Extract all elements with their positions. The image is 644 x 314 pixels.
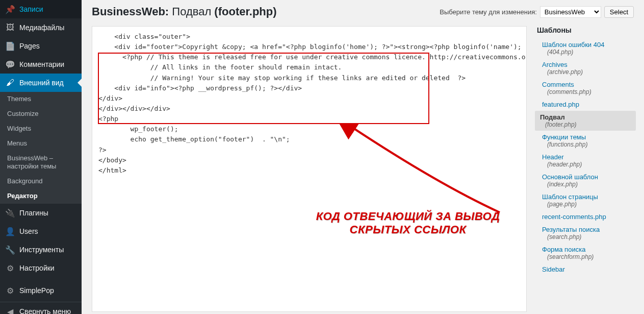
page-title: BusinessWeb: Подвал (footer.php) [92,5,277,18]
select-button[interactable]: Select [604,6,634,18]
template-item[interactable]: Comments(comments.php) [537,78,634,98]
template-item[interactable]: Archives(archive.php) [537,58,634,78]
sub-menus[interactable]: Menus [0,136,82,151]
template-item[interactable]: Шаблон страницы(page.php) [537,190,634,210]
template-filename: (searchform.php) [542,253,634,260]
sidebar-item-label: SimplePop [19,286,54,295]
sub-widgets[interactable]: Widgets [0,122,82,136]
sidebar-item-tools[interactable]: 🔧Инструменты [0,240,82,259]
template-link[interactable]: Archives [542,61,568,68]
sub-background[interactable]: Background [0,174,82,189]
sidebar-item-appearance[interactable]: 🖌Внешний вид [0,74,82,92]
template-filename: (archive.php) [542,68,634,76]
template-filename: (index.php) [542,181,634,188]
comment-icon: 💬 [5,59,15,69]
sidebar-item-label: Свернуть меню [19,307,71,314]
main-content: BusinessWeb: Подвал (footer.php) Выберит… [82,0,644,314]
sidebar-item-media[interactable]: 🖼Медиафайлы [0,18,82,37]
sidebar-item-settings[interactable]: ⚙Настройки [0,259,82,277]
pin-icon: 📌 [5,4,15,14]
template-item[interactable]: Результаты поиска(search.php) [537,223,634,243]
template-filename: (header.php) [542,161,634,168]
template-link[interactable]: recent-comments.php [542,213,606,221]
sidebar-item-label: Плагины [19,209,48,217]
sidebar-item-plugins[interactable]: 🔌Плагины [0,204,82,222]
template-link[interactable]: Форма поиска [542,246,585,253]
page-icon: 📄 [5,41,15,51]
sidebar-item-posts[interactable]: 📌Записи [0,0,82,18]
sidebar-item-comments[interactable]: 💬Комментарии [0,55,82,74]
sidebar-item-label: Комментарии [19,60,64,68]
template-link[interactable]: Шаблон ошибки 404 [542,41,604,49]
plugin-icon: 🔌 [5,208,15,218]
theme-select-label: Выберите тему для изменения: [440,8,537,16]
template-filename: (404.php) [542,49,634,56]
template-item[interactable]: Шаблон ошибки 404(404.php) [537,38,634,58]
template-item[interactable]: Подвал(footer.php) [535,111,636,131]
sliders-icon: ⚙ [5,263,15,273]
sidebar-item-pages[interactable]: 📄Pages [0,37,82,55]
brush-icon: 🖌 [5,78,15,88]
sidebar-item-label: Инструменты [19,246,64,254]
template-item[interactable]: Sidebar [537,263,634,276]
sidebar-item-label: Pages [19,42,40,50]
template-link[interactable]: Sidebar [542,265,565,273]
code-editor[interactable] [92,26,527,312]
sub-theme-settings[interactable]: BusinessWeb – настройки темы [0,151,82,175]
sidebar-item-label: Записи [19,5,43,13]
sidebar-item-simplepop[interactable]: ⚙SimplePop [0,281,82,300]
sub-customize[interactable]: Customize [0,107,82,122]
sub-themes[interactable]: Themes [0,92,82,107]
template-link[interactable]: featured.php [542,101,579,108]
sidebar-item-label: Медиафайлы [19,23,64,32]
template-link[interactable]: Header [542,153,564,161]
wrench-icon: 🔧 [5,245,15,255]
media-icon: 🖼 [5,22,15,33]
appearance-submenu: Themes Customize Widgets Menus BusinessW… [0,92,82,204]
template-filename: (page.php) [542,201,634,208]
template-link[interactable]: Подвал [540,113,565,121]
template-link[interactable]: Результаты поиска [542,226,600,233]
template-link[interactable]: Функции темы [542,133,586,141]
sidebar-item-label: Внешний вид [19,79,64,87]
theme-selector: Выберите тему для изменения: BusinessWeb… [440,6,634,18]
template-item[interactable]: Функции темы(functions.php) [537,131,634,151]
template-link[interactable]: Шаблон страницы [542,193,598,201]
template-filename: (comments.php) [542,88,634,95]
templates-heading: Шаблоны [537,26,634,34]
sidebar-item-label: Настройки [19,264,55,272]
admin-sidebar: 📌Записи 🖼Медиафайлы 📄Pages 💬Комментарии … [0,0,82,314]
templates-panel: Шаблоны Шаблон ошибки 404(404.php)Archiv… [537,26,634,313]
template-filename: (functions.php) [542,141,634,148]
theme-dropdown[interactable]: BusinessWeb [540,6,601,18]
chevron-left-icon: ◀ [5,306,15,314]
template-filename: (search.php) [542,233,634,240]
template-item[interactable]: Форма поиска(searchform.php) [537,243,634,263]
template-item[interactable]: recent-comments.php [537,210,634,223]
collapse-menu[interactable]: ◀Свернуть меню [0,302,82,314]
template-link[interactable]: Comments [542,81,574,88]
template-item[interactable]: Header(header.php) [537,151,634,171]
sidebar-item-label: Users [19,227,38,235]
user-icon: 👤 [5,226,15,236]
sidebar-item-users[interactable]: 👤Users [0,222,82,240]
sub-editor[interactable]: Редактор [0,189,82,204]
template-item[interactable]: featured.php [537,98,634,111]
template-item[interactable]: Основной шаблон(index.php) [537,171,634,190]
template-link[interactable]: Основной шаблон [542,173,598,181]
gear-icon: ⚙ [5,285,15,296]
template-filename: (footer.php) [540,121,636,128]
